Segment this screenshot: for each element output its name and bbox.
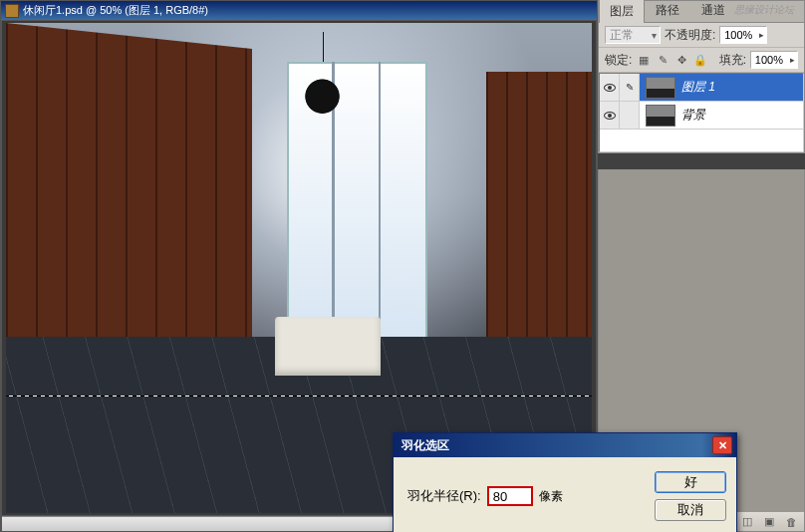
feather-radius-input[interactable]: 80 bbox=[487, 486, 533, 506]
marquee-selection bbox=[6, 396, 592, 397]
new-group-icon[interactable]: ◫ bbox=[740, 515, 754, 529]
lock-all-icon[interactable]: 🔒 bbox=[692, 52, 708, 68]
brush-icon: ✎ bbox=[626, 82, 634, 93]
link-toggle[interactable] bbox=[620, 102, 640, 129]
tab-channels[interactable]: 通道 bbox=[690, 0, 736, 22]
lock-label: 锁定: bbox=[605, 52, 632, 69]
document-icon bbox=[5, 4, 19, 18]
radius-unit: 像素 bbox=[539, 488, 563, 505]
trash-icon[interactable]: 🗑 bbox=[784, 515, 798, 529]
tab-paths[interactable]: 路径 bbox=[645, 0, 690, 22]
layer-name: 背景 bbox=[681, 107, 705, 124]
eye-icon bbox=[604, 84, 616, 92]
close-icon[interactable]: ✕ bbox=[712, 436, 732, 454]
layer-list: ✎ 图层 1 背景 bbox=[599, 73, 804, 152]
dialog-title: 羽化选区 bbox=[398, 437, 712, 454]
layer-item[interactable]: 背景 bbox=[600, 102, 803, 130]
lock-transparency-icon[interactable]: ▦ bbox=[636, 52, 652, 68]
dialog-fields: 羽化半径(R): 80 像素 bbox=[407, 471, 643, 521]
new-layer-icon[interactable]: ▣ bbox=[762, 515, 776, 529]
opacity-input[interactable]: 100% bbox=[719, 26, 767, 44]
panel-tabs: 图层 路径 通道 bbox=[599, 1, 804, 23]
blend-mode-dropdown[interactable]: 正常 bbox=[605, 26, 661, 44]
layers-panel: 思缘设计论坛 图层 路径 通道 正常 不透明度: 100% 锁定: ▦ ✎ ✥ … bbox=[598, 0, 805, 153]
lock-fill-row: 锁定: ▦ ✎ ✥ 🔒 填充: 100% bbox=[599, 48, 804, 73]
cancel-button[interactable]: 取消 bbox=[655, 499, 726, 521]
opacity-label: 不透明度: bbox=[665, 27, 715, 44]
radius-label: 羽化半径(R): bbox=[407, 487, 481, 505]
eye-icon bbox=[604, 112, 616, 120]
document-titlebar[interactable]: 休闲厅1.psd @ 50% (图层 1, RGB/8#) bbox=[1, 1, 597, 21]
lock-position-icon[interactable]: ✥ bbox=[673, 52, 689, 68]
layer-item[interactable]: ✎ 图层 1 bbox=[600, 74, 803, 102]
document-title: 休闲厅1.psd @ 50% (图层 1, RGB/8#) bbox=[23, 3, 593, 18]
layer-name: 图层 1 bbox=[681, 79, 715, 96]
feather-dialog: 羽化选区 ✕ 羽化半径(R): 80 像素 好 取消 bbox=[393, 432, 737, 532]
fill-label: 填充: bbox=[719, 52, 746, 69]
ok-button[interactable]: 好 bbox=[655, 471, 726, 493]
dialog-titlebar[interactable]: 羽化选区 ✕ bbox=[394, 433, 736, 457]
lock-icons: ▦ ✎ ✥ 🔒 bbox=[636, 52, 708, 68]
dialog-body: 羽化半径(R): 80 像素 好 取消 bbox=[394, 457, 736, 532]
tab-layers[interactable]: 图层 bbox=[599, 0, 645, 23]
visibility-toggle[interactable] bbox=[600, 102, 620, 129]
blend-opacity-row: 正常 不透明度: 100% bbox=[599, 23, 804, 48]
fill-input[interactable]: 100% bbox=[750, 51, 798, 69]
dialog-buttons: 好 取消 bbox=[655, 471, 726, 521]
layer-thumbnail bbox=[646, 77, 675, 99]
visibility-toggle[interactable] bbox=[600, 74, 620, 101]
layer-thumbnail bbox=[646, 105, 675, 127]
lock-pixels-icon[interactable]: ✎ bbox=[655, 52, 671, 68]
link-toggle[interactable]: ✎ bbox=[620, 74, 640, 101]
